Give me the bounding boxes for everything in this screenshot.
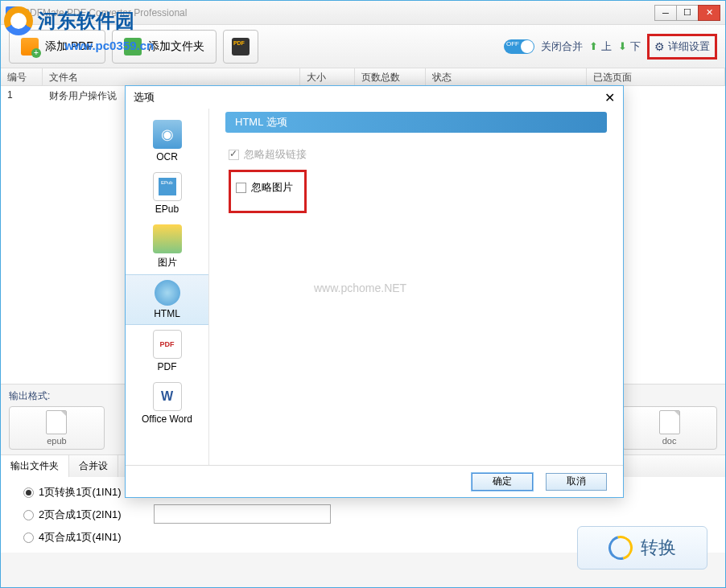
image-icon: [153, 224, 182, 253]
add-pdf-button[interactable]: 添加 PDF: [9, 30, 105, 64]
sidebar-item-word[interactable]: Office Word: [126, 377, 208, 430]
add-folder-button[interactable]: 添加文件夹: [112, 30, 217, 64]
cell-id: 1: [1, 86, 43, 106]
highlight-box: 忽略图片: [229, 170, 307, 213]
dialog-section-header: HTML 选项: [225, 112, 607, 133]
radio-2in1[interactable]: 2页合成1页(2IN1): [23, 508, 122, 522]
convert-icon: [604, 532, 637, 565]
gear-icon: ⚙: [654, 40, 665, 53]
folder-plus-icon: [124, 38, 142, 56]
pdf-icon: [153, 330, 182, 359]
merge-toggle[interactable]: [504, 39, 534, 54]
radio-1in1[interactable]: 1页转换1页(1IN1): [23, 485, 122, 500]
dialog-footer: 确定 取消: [126, 465, 623, 497]
sidebar-item-html[interactable]: HTML: [126, 274, 208, 325]
format-epub-button[interactable]: epub: [9, 406, 105, 450]
add-folder-label: 添加文件夹: [148, 39, 204, 54]
dialog-content: HTML 选项 忽略超级链接 忽略图片: [209, 109, 623, 465]
cancel-button[interactable]: 取消: [546, 473, 607, 491]
maximize-button[interactable]: ☐: [676, 5, 699, 21]
ignore-images-checkbox[interactable]: 忽略图片: [236, 180, 293, 195]
ok-button[interactable]: 确定: [472, 473, 533, 491]
col-selected[interactable]: 已选页面: [587, 68, 725, 85]
format-doc-button[interactable]: doc: [621, 406, 717, 450]
html-globe-icon: [155, 280, 180, 306]
col-status[interactable]: 状态: [426, 68, 587, 85]
radio-icon: [23, 510, 34, 520]
app-icon: [6, 6, 19, 19]
radio-4in1[interactable]: 4页合成1页(4IN1): [23, 530, 122, 545]
dialog-sidebar: OCR EPubEPub 图片 HTML PDF Office Word: [126, 109, 209, 465]
folder-pdf-icon: [232, 38, 250, 56]
sidebar-item-ocr[interactable]: OCR: [126, 115, 208, 167]
page-layout-radios: 1页转换1页(1IN1) 2页合成1页(2IN1) 4页合成1页(4IN1): [23, 485, 122, 545]
col-pages[interactable]: 页数总数: [355, 68, 426, 85]
word-icon: [153, 382, 182, 411]
close-button[interactable]: ✕: [698, 5, 720, 21]
arrow-up-icon: ⬆: [589, 40, 598, 52]
pdf-plus-icon: [21, 38, 39, 56]
close-merge-link[interactable]: 关闭合并: [541, 39, 583, 54]
epub-icon: EPub: [153, 172, 182, 201]
ocr-icon: [153, 120, 182, 149]
add-pdf-label: 添加 PDF: [45, 39, 93, 54]
tab-merge-settings[interactable]: 合并设: [69, 455, 118, 477]
svg-text:EPub: EPub: [161, 180, 173, 185]
radio-icon: [23, 487, 34, 498]
arrow-down-icon: ⬇: [618, 40, 627, 52]
toolbar: 添加 PDF 添加文件夹 关闭合并 ⬆上 ⬇下 ⚙详细设置: [1, 25, 725, 68]
epub-file-icon: [46, 410, 67, 434]
col-name[interactable]: 文件名: [43, 68, 300, 85]
col-size[interactable]: 大小: [300, 68, 355, 85]
convert-button[interactable]: 转换: [577, 526, 707, 569]
dialog-title: 选项: [134, 90, 155, 105]
move-up-link[interactable]: ⬆上: [589, 39, 612, 54]
doc-file-icon: [659, 410, 680, 434]
ignore-links-checkbox: 忽略超级链接: [229, 147, 604, 162]
sidebar-item-pdf[interactable]: PDF: [126, 325, 208, 377]
dialog-close-button[interactable]: ✕: [604, 90, 615, 105]
window-title: PDFMate PDF Converter Professional: [23, 7, 655, 19]
tab-output-folder[interactable]: 输出文件夹: [1, 454, 69, 477]
checkbox-icon: [229, 150, 239, 160]
filename-input[interactable]: [154, 504, 331, 524]
checkbox-icon: [236, 183, 246, 193]
dialog-titlebar: 选项 ✕: [126, 86, 623, 109]
sidebar-item-epub[interactable]: EPubEPub: [126, 167, 208, 220]
detail-settings-button[interactable]: ⚙详细设置: [647, 34, 717, 60]
folder-pdf-button[interactable]: [223, 30, 258, 64]
minimize-button[interactable]: ─: [654, 5, 677, 21]
sidebar-item-image[interactable]: 图片: [126, 220, 208, 274]
radio-icon: [23, 532, 34, 543]
col-id[interactable]: 编号: [1, 68, 43, 85]
titlebar: PDFMate PDF Converter Professional ─ ☐ ✕: [1, 1, 725, 25]
options-dialog: 选项 ✕ OCR EPubEPub 图片 HTML PDF Office Wor…: [125, 85, 624, 498]
table-header: 编号 文件名 大小 页数总数 状态 已选页面: [1, 68, 725, 86]
move-down-link[interactable]: ⬇下: [618, 39, 641, 54]
